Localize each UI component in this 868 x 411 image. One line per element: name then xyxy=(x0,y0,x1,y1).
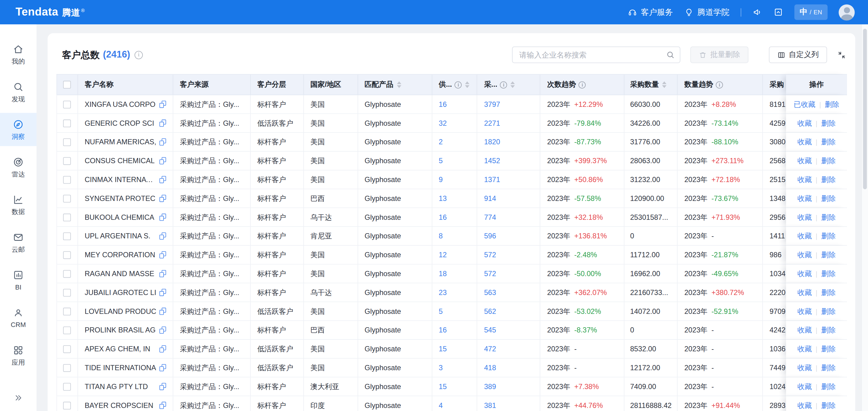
delete-link[interactable]: 删除 xyxy=(822,212,836,222)
row-checkbox[interactable] xyxy=(63,119,71,127)
row-checkbox[interactable] xyxy=(63,270,71,277)
purchase-count-link[interactable]: 1820 xyxy=(484,138,500,146)
vertical-scrollbar[interactable] xyxy=(861,24,868,411)
purchase-count-link[interactable]: 472 xyxy=(484,345,496,353)
supplier-count-link[interactable]: 2 xyxy=(439,138,443,146)
favorite-link[interactable]: 收藏 xyxy=(797,268,812,279)
favorite-link[interactable]: 收藏 xyxy=(797,156,812,166)
supplier-count-link[interactable]: 9 xyxy=(439,176,443,184)
row-checkbox[interactable] xyxy=(63,213,71,221)
delete-link[interactable]: 删除 xyxy=(822,137,836,147)
favorite-link[interactable]: 收藏 xyxy=(797,381,812,391)
delete-link[interactable]: 删除 xyxy=(822,268,836,279)
purchase-count-link[interactable]: 2271 xyxy=(484,119,500,127)
info-icon[interactable] xyxy=(500,81,507,88)
scrollbar-thumb[interactable] xyxy=(863,29,867,189)
delete-link[interactable]: 删除 xyxy=(822,325,836,335)
supplier-count-link[interactable]: 4 xyxy=(439,401,443,409)
column-header-suppliers[interactable]: 供... xyxy=(432,74,477,95)
purchase-count-link[interactable]: 572 xyxy=(484,270,496,278)
supplier-count-link[interactable]: 32 xyxy=(439,119,447,127)
copy-icon[interactable] xyxy=(159,364,166,372)
supplier-count-link[interactable]: 16 xyxy=(439,213,447,221)
favorite-link[interactable]: 收藏 xyxy=(797,118,812,128)
row-checkbox[interactable] xyxy=(63,345,71,352)
copy-icon[interactable] xyxy=(159,120,166,127)
row-checkbox[interactable] xyxy=(63,176,71,183)
customer-name[interactable]: GENERIC CROP SCI xyxy=(85,119,154,127)
copy-icon[interactable] xyxy=(159,326,166,334)
sidebar-item-bi[interactable]: BI xyxy=(0,263,36,296)
purchase-count-link[interactable]: 1371 xyxy=(484,176,500,184)
announcement-icon[interactable] xyxy=(752,7,762,18)
customer-name[interactable]: MEY CORPORATION xyxy=(85,251,155,259)
customer-name[interactable]: CINMAX INTERNATIO xyxy=(85,176,157,184)
user-avatar[interactable] xyxy=(839,4,855,21)
row-checkbox[interactable] xyxy=(63,364,71,372)
delete-link[interactable]: 删除 xyxy=(822,193,836,203)
delete-link[interactable]: 删除 xyxy=(822,362,836,373)
customer-name[interactable]: APEX AG CHEM, IN xyxy=(85,345,150,353)
delete-link[interactable]: 删除 xyxy=(822,156,836,166)
copy-icon[interactable] xyxy=(159,345,166,352)
copy-icon[interactable] xyxy=(159,383,166,390)
row-checkbox[interactable] xyxy=(63,100,71,108)
nav-academy[interactable]: 腾道学院 xyxy=(684,7,730,18)
purchase-count-link[interactable]: 545 xyxy=(484,326,496,334)
sidebar-item-cloudmail[interactable]: 云邮 xyxy=(0,226,36,259)
customer-name[interactable]: UPL ARGENTINA S. xyxy=(85,232,151,240)
nav-customer-service[interactable]: 客户服务 xyxy=(628,7,673,18)
delete-link[interactable]: 删除 xyxy=(822,344,836,354)
row-checkbox[interactable] xyxy=(63,383,71,390)
customer-name[interactable]: PROLINK BRASIL AG xyxy=(85,326,156,334)
purchase-count-link[interactable]: 3797 xyxy=(484,100,500,108)
customer-name[interactable]: TITAN AG PTY LTD xyxy=(85,382,148,390)
favorite-link[interactable]: 收藏 xyxy=(797,400,812,410)
purchase-count-link[interactable]: 1452 xyxy=(484,157,500,165)
search-icon[interactable] xyxy=(666,50,675,59)
search-input[interactable] xyxy=(512,46,680,63)
supplier-count-link[interactable]: 13 xyxy=(439,194,447,202)
info-icon[interactable] xyxy=(455,81,462,88)
info-icon[interactable] xyxy=(579,81,586,88)
customer-name[interactable]: BAYER CROPSCIEN xyxy=(85,401,153,409)
supplier-count-link[interactable]: 8 xyxy=(439,232,443,240)
delete-link[interactable]: 删除 xyxy=(822,118,836,128)
favorite-link[interactable]: 收藏 xyxy=(797,175,812,185)
column-header-product[interactable]: 匹配产品 xyxy=(358,74,432,95)
customer-name[interactable]: CONSUS CHEMICAL xyxy=(85,157,155,165)
copy-icon[interactable] xyxy=(159,101,166,108)
copy-icon[interactable] xyxy=(159,214,166,221)
delete-link[interactable]: 删除 xyxy=(822,175,836,185)
copy-icon[interactable] xyxy=(159,289,166,296)
favorite-link[interactable]: 已收藏 xyxy=(794,99,815,109)
sidebar-item-data[interactable]: 数据 xyxy=(0,188,36,221)
customer-name[interactable]: BUKOOLA CHEMICA xyxy=(85,213,154,221)
sort-icon[interactable] xyxy=(465,81,470,88)
row-checkbox[interactable] xyxy=(63,326,71,334)
expand-icon[interactable] xyxy=(837,50,846,59)
row-checkbox[interactable] xyxy=(63,194,71,202)
customer-name[interactable]: SYNGENTA PROTEC xyxy=(85,194,155,202)
purchase-count-link[interactable]: 381 xyxy=(484,401,496,409)
favorite-link[interactable]: 收藏 xyxy=(797,231,812,241)
supplier-count-link[interactable]: 5 xyxy=(439,157,443,165)
purchase-count-link[interactable]: 572 xyxy=(484,251,496,259)
workbench-icon[interactable] xyxy=(773,7,783,18)
favorite-link[interactable]: 收藏 xyxy=(797,325,812,335)
supplier-count-link[interactable]: 15 xyxy=(439,345,447,353)
column-header-purchases[interactable]: 采... xyxy=(477,74,540,95)
delete-link[interactable]: 删除 xyxy=(822,231,836,241)
copy-icon[interactable] xyxy=(159,176,166,183)
sidebar-item-insight[interactable]: 洞察 xyxy=(0,113,36,146)
supplier-count-link[interactable]: 15 xyxy=(439,382,447,390)
row-checkbox[interactable] xyxy=(63,289,71,296)
copy-icon[interactable] xyxy=(159,195,166,202)
delete-link[interactable]: 删除 xyxy=(822,287,836,297)
column-header-quantity[interactable]: 采购数量 xyxy=(625,74,678,95)
favorite-link[interactable]: 收藏 xyxy=(797,193,812,203)
row-checkbox[interactable] xyxy=(63,402,71,409)
row-checkbox[interactable] xyxy=(63,251,71,258)
delete-link[interactable]: 删除 xyxy=(825,99,839,109)
purchase-count-link[interactable]: 389 xyxy=(484,382,496,390)
